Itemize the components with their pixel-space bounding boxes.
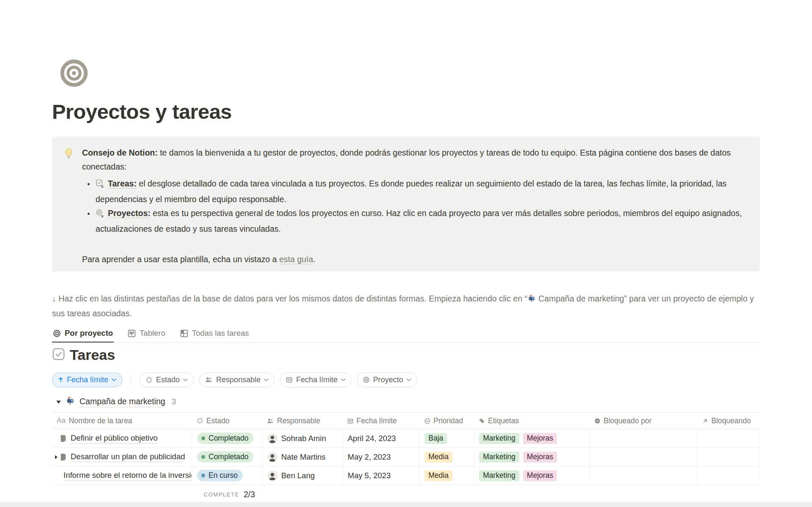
column-label: Fecha límite bbox=[357, 417, 397, 425]
bullet-tareas-text: el desglose detallado de cada tarea vinc… bbox=[96, 179, 727, 204]
page-content: Proyectos y tareas Consejo de Notion: te… bbox=[52, 0, 760, 507]
proyectos-page-link[interactable]: Proyectos: bbox=[108, 208, 151, 218]
callout-intro-text: te damos la bienvenida a tu gestor de pr… bbox=[82, 148, 731, 171]
tag-badge: Marketing bbox=[479, 433, 519, 444]
people-icon bbox=[267, 418, 274, 424]
blocked-by-cell[interactable] bbox=[590, 466, 697, 485]
callout-intro-bold: Consejo de Notion: bbox=[82, 148, 158, 157]
filter-toolbar: Fecha límite Estado Responsable bbox=[52, 372, 417, 387]
priority-cell[interactable]: Media bbox=[420, 466, 474, 485]
column-label: Prioridad bbox=[433, 417, 463, 425]
avatar-ben-lang bbox=[267, 471, 277, 481]
blocking-icon bbox=[702, 418, 708, 424]
tasks-link-icon bbox=[96, 178, 104, 192]
status-cell[interactable]: Completado bbox=[192, 448, 262, 466]
tags-cell[interactable]: MarketingMejoras bbox=[474, 448, 590, 466]
status-dot bbox=[201, 474, 205, 477]
column-header-prioridad[interactable]: Prioridad bbox=[420, 417, 474, 425]
instruction-text: ↓ Haz clic en las distintas pestañas de … bbox=[52, 292, 760, 320]
bottom-strip bbox=[0, 502, 812, 507]
blocking-cell[interactable] bbox=[697, 429, 759, 447]
column-header-bloqueando[interactable]: Bloqueando bbox=[697, 417, 759, 425]
tab-tablero[interactable]: Tablero bbox=[127, 325, 166, 343]
column-label: Bloqueando bbox=[711, 417, 751, 425]
group-header-campana-de-marketing: Campaña de marketing 3 bbox=[52, 396, 176, 407]
tab-todas-las-tareas[interactable]: Todas las tareas bbox=[179, 325, 250, 343]
column-header-etiquetas[interactable]: Etiquetas bbox=[474, 417, 590, 425]
filter-proyecto[interactable]: Proyecto bbox=[357, 373, 417, 387]
blocked-by-cell[interactable] bbox=[590, 448, 697, 466]
tab-por-proyecto[interactable]: Por proyecto bbox=[52, 325, 114, 343]
column-header-nombre[interactable]: AaNombre de la tarea bbox=[52, 417, 192, 425]
task-name-cell[interactable]: Informe sobre el retorno de la inversión bbox=[52, 466, 192, 485]
calc-label: COMPLETE bbox=[204, 491, 239, 498]
document-icon bbox=[60, 453, 67, 461]
tab-label: Todas las tareas bbox=[192, 329, 249, 338]
toggle-open-icon[interactable] bbox=[56, 399, 61, 405]
guide-link[interactable]: esta guía bbox=[279, 255, 313, 264]
filter-label: Estado bbox=[156, 375, 180, 384]
tareas-page-link[interactable]: Tareas: bbox=[108, 179, 137, 189]
sort-asc-icon bbox=[58, 377, 63, 383]
assignee-name: Ben Lang bbox=[281, 471, 315, 480]
assignee-name: Sohrab Amin bbox=[281, 434, 326, 443]
column-header-fecha-limite[interactable]: Fecha límite bbox=[343, 417, 420, 425]
tasks-table: AaNombre de la tarea Estado Responsable … bbox=[52, 412, 759, 504]
filter-estado[interactable]: Estado bbox=[140, 373, 194, 387]
page-target-icon[interactable] bbox=[60, 59, 88, 88]
tags-cell[interactable]: MarketingMejoras bbox=[474, 429, 590, 447]
mailbox-icon bbox=[528, 293, 537, 307]
mailbox-icon bbox=[66, 396, 76, 407]
column-header-bloqueado-por[interactable]: Bloqueado por bbox=[590, 417, 697, 425]
chevron-down-icon bbox=[406, 378, 411, 381]
assignee-cell[interactable]: Ben Lang bbox=[262, 466, 343, 485]
toggle-closed-icon[interactable] bbox=[54, 455, 58, 459]
tag-icon bbox=[479, 418, 485, 424]
table-row-informe-retorno: Informe sobre el retorno de la inversión… bbox=[52, 466, 759, 485]
group-name[interactable]: Campaña de marketing bbox=[80, 397, 165, 407]
column-label: Etiquetas bbox=[488, 417, 519, 425]
task-name-cell[interactable]: Desarrollar un plan de publicidad bbox=[52, 448, 192, 466]
status-badge: Completado bbox=[197, 433, 253, 444]
tags-cell[interactable]: MarketingMejoras bbox=[474, 466, 590, 485]
priority-cell[interactable]: Media bbox=[420, 448, 474, 466]
priority-icon bbox=[424, 418, 431, 424]
calc-value: 2/3 bbox=[244, 490, 255, 499]
blocking-cell[interactable] bbox=[697, 448, 759, 466]
status-badge: En curso bbox=[197, 470, 243, 481]
column-header-responsable[interactable]: Responsable bbox=[262, 417, 343, 425]
instruction-project: Campaña de marketing bbox=[538, 294, 624, 303]
status-dot bbox=[201, 455, 205, 459]
bullet-tareas: Tareas: el desglose detallado de cada ta… bbox=[95, 177, 747, 206]
tag-badge: Marketing bbox=[479, 470, 519, 481]
table-header-row: AaNombre de la tarea Estado Responsable … bbox=[52, 412, 759, 429]
blocked-by-icon bbox=[594, 418, 601, 424]
assignee-cell[interactable]: Nate Martins bbox=[262, 448, 343, 466]
task-name-cell[interactable]: Definir el público objetivo bbox=[52, 429, 192, 447]
status-cell[interactable]: En curso bbox=[192, 466, 262, 485]
due-date-cell[interactable]: May 2, 2023 bbox=[343, 448, 420, 466]
complete-calculation[interactable]: COMPLETE 2/3 bbox=[52, 490, 259, 499]
status-label: Completado bbox=[208, 452, 248, 461]
tasks-checkbox-icon bbox=[52, 348, 65, 362]
instruction-before: ↓ Haz clic en las distintas pestañas de … bbox=[52, 294, 527, 303]
due-date: May 2, 2023 bbox=[348, 452, 391, 462]
sort-button[interactable]: Fecha límite bbox=[52, 373, 122, 387]
assignee-cell[interactable]: Sohrab Amin bbox=[262, 429, 343, 447]
due-date-cell[interactable]: May 5, 2023 bbox=[343, 466, 420, 485]
filter-fecha-limite[interactable]: Fecha límite bbox=[280, 373, 351, 387]
status-cell[interactable]: Completado bbox=[192, 429, 262, 447]
text-aa-icon: Aa bbox=[57, 417, 66, 425]
due-date-cell[interactable]: April 24, 2023 bbox=[343, 429, 420, 447]
column-label: Nombre de la tarea bbox=[69, 417, 132, 425]
priority-cell[interactable]: Baja bbox=[420, 429, 474, 447]
guide-line: Para aprender a usar esta plantilla, ech… bbox=[82, 252, 747, 266]
column-header-estado[interactable]: Estado bbox=[192, 417, 262, 425]
filter-responsable[interactable]: Responsable bbox=[199, 373, 274, 387]
priority-badge: Media bbox=[425, 470, 453, 481]
blocking-cell[interactable] bbox=[697, 466, 759, 485]
status-label: Completado bbox=[208, 434, 248, 443]
sort-label: Fecha límite bbox=[67, 375, 108, 384]
blocked-by-cell[interactable] bbox=[590, 429, 697, 447]
document-icon bbox=[60, 435, 67, 442]
